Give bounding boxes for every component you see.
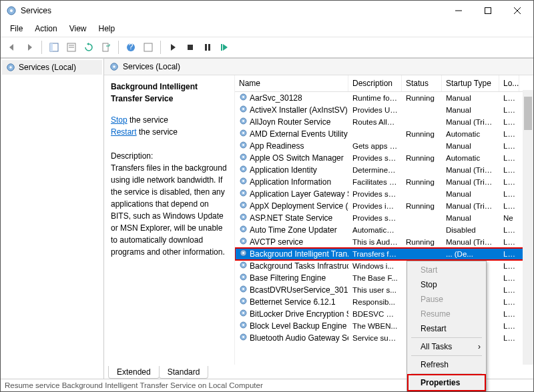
service-row[interactable]: Application Layer Gateway S...Provides s…	[235, 188, 533, 200]
ctx-stop[interactable]: Stop	[409, 277, 485, 292]
menu-action[interactable]: Action	[29, 22, 62, 35]
svg-point-44	[242, 216, 244, 218]
service-row[interactable]: Betternet Service 6.12.1Responsib...Loc	[235, 296, 533, 308]
service-name: Application Identity	[250, 165, 317, 175]
service-row[interactable]: Block Level Backup Engine S...The WBEN..…	[235, 320, 533, 332]
ctx-restart[interactable]: Restart	[409, 321, 485, 336]
service-row[interactable]: AVCTP serviceThis is Audio...RunningManu…	[235, 236, 533, 248]
minimize-button[interactable]	[444, 1, 473, 21]
column-headers: Name Description Status Startup Type Lo.…	[235, 75, 533, 92]
maximize-button[interactable]	[473, 1, 503, 21]
service-name: BcastDVRUserService_30128	[250, 285, 348, 295]
help-button[interactable]: ?	[123, 40, 138, 55]
service-row[interactable]: BcastDVRUserService_30128This user s...L…	[235, 284, 533, 296]
menu-file[interactable]: File	[5, 22, 28, 35]
service-status	[402, 217, 442, 219]
svg-point-22	[113, 65, 115, 68]
toolbar: ?	[1, 37, 533, 58]
service-row[interactable]: Base Filtering EngineThe Base F...Loc	[235, 272, 533, 284]
service-desc: This user s...	[348, 285, 402, 295]
forward-button[interactable]	[22, 40, 37, 55]
description-body: Transfers files in the background using …	[111, 162, 228, 258]
ctx-refresh[interactable]: Refresh	[409, 357, 485, 372]
service-status: Running	[402, 237, 442, 247]
service-row[interactable]: Application InformationFacilitates th...…	[235, 176, 533, 188]
menu-help[interactable]: Help	[93, 22, 121, 35]
service-startup: Automatic	[442, 129, 499, 139]
col-name[interactable]: Name	[235, 75, 348, 91]
service-row[interactable]: App ReadinessGets apps re...ManualLoc	[235, 140, 533, 152]
service-row[interactable]: ASP.NET State ServiceProvides sup...Manu…	[235, 212, 533, 224]
gear-icon	[239, 249, 248, 259]
ctx-all-tasks[interactable]: All Tasks	[409, 339, 485, 354]
ctx-resume[interactable]: Resume	[409, 307, 485, 321]
service-row[interactable]: ActiveX Installer (AxInstSV)Provides Use…	[235, 104, 533, 116]
service-row[interactable]: AarSvc_30128Runtime for ...RunningManual…	[235, 92, 533, 104]
service-logon: Loc	[499, 297, 519, 307]
export-button[interactable]	[99, 40, 113, 55]
back-button[interactable]	[5, 40, 19, 55]
service-name: AVCTP service	[250, 237, 303, 247]
service-row[interactable]: BitLocker Drive Encryption S...BDESVC ho…	[235, 308, 533, 320]
service-row[interactable]: AMD External Events UtilityRunningAutoma…	[235, 128, 533, 140]
service-desc: Runtime for ...	[348, 93, 402, 103]
svg-point-42	[242, 204, 244, 206]
service-status	[402, 229, 442, 231]
service-name: Background Intelligent Tran...	[250, 249, 348, 259]
col-logon[interactable]: Lo...	[499, 75, 519, 91]
properties-button[interactable]	[64, 40, 79, 55]
start-service-button[interactable]	[166, 40, 180, 55]
service-row[interactable]: Background Tasks Infrastruc...Windows i.…	[235, 260, 533, 272]
svg-point-46	[242, 228, 244, 230]
tab-extended[interactable]: Extended	[108, 366, 160, 379]
service-desc: This is Audio...	[348, 237, 402, 247]
tab-standard[interactable]: Standard	[159, 366, 209, 379]
stop-service-button[interactable]	[183, 40, 198, 55]
gear-icon	[239, 153, 248, 163]
service-logon: Loc	[499, 273, 519, 283]
services-icon	[6, 5, 17, 16]
service-row[interactable]: Bluetooth Audio Gateway Se...Service sup…	[235, 332, 533, 344]
scroll-thumb[interactable]	[524, 97, 532, 130]
service-startup: Automatic	[442, 153, 499, 163]
menu-view[interactable]: View	[64, 22, 92, 35]
vertical-scrollbar[interactable]	[523, 90, 533, 365]
ctx-start[interactable]: Start	[409, 263, 485, 277]
pane-header: Services (Local)	[104, 59, 533, 75]
restart-service-button[interactable]	[218, 40, 232, 55]
gear-icon	[239, 261, 248, 271]
service-row[interactable]: Application IdentityDetermines ...Manual…	[235, 164, 533, 176]
service-row[interactable]: AllJoyn Router ServiceRoutes AllJo...Man…	[235, 116, 533, 128]
service-status	[402, 121, 442, 123]
window-title: Services	[21, 6, 444, 15]
service-startup: Manual (Trigg...	[442, 237, 499, 247]
show-hide-tree-button[interactable]	[47, 40, 61, 55]
ctx-pause[interactable]: Pause	[409, 292, 485, 307]
service-startup: Manual	[442, 189, 499, 199]
svg-point-34	[242, 156, 244, 158]
service-name: AllJoyn Router Service	[250, 117, 330, 127]
col-description[interactable]: Description	[348, 75, 402, 91]
restart-link[interactable]: Restart	[111, 127, 137, 137]
service-startup: Manual	[442, 213, 499, 223]
svg-point-60	[242, 312, 244, 314]
svg-point-38	[242, 180, 244, 182]
service-row[interactable]: Auto Time Zone UpdaterAutomaticall...Dis…	[235, 224, 533, 236]
refresh-button[interactable]	[81, 40, 96, 55]
service-row[interactable]: Background Intelligent Tran...Transfers …	[235, 248, 533, 260]
tree-root-label: Services (Local)	[19, 63, 76, 72]
close-button[interactable]	[503, 1, 532, 21]
service-row[interactable]: Apple OS Switch ManagerProvides sup...Ru…	[235, 152, 533, 164]
ctx-properties[interactable]: Properties	[409, 375, 485, 390]
pause-service-button[interactable]	[200, 40, 215, 55]
tree-root-node[interactable]: Services (Local)	[2, 60, 102, 75]
service-row[interactable]: AppX Deployment Service (A...Provides in…	[235, 200, 533, 212]
col-startup[interactable]: Startup Type	[442, 75, 499, 91]
col-status[interactable]: Status	[402, 75, 442, 91]
service-name: AMD External Events Utility	[250, 129, 348, 139]
help2-button[interactable]	[141, 40, 156, 55]
svg-point-64	[242, 336, 244, 338]
service-status: Running	[402, 93, 442, 103]
svg-rect-15	[188, 45, 193, 50]
stop-link[interactable]: Stop	[111, 115, 127, 125]
